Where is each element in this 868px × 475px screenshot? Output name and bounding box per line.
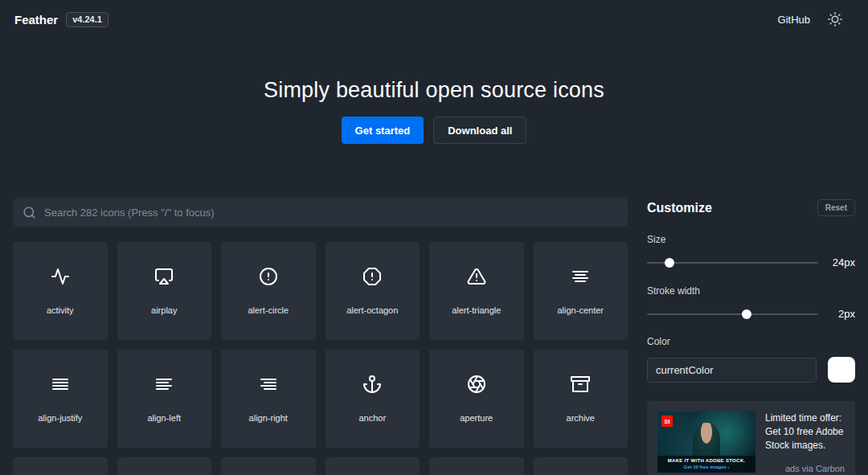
search-icon	[23, 206, 36, 219]
ad-image-title: MAKE IT WITH ADOBE STOCK.	[659, 458, 754, 463]
ad-image-cta-link[interactable]: Get 10 free images ›	[659, 465, 754, 469]
icon-card-archive[interactable]: archive	[534, 350, 628, 448]
activity-icon	[51, 267, 70, 286]
icon-card-partial[interactable]	[429, 457, 524, 475]
icon-card-airplay[interactable]: airplay	[117, 242, 212, 340]
alert-circle-icon	[259, 267, 278, 286]
aperture-icon	[467, 375, 486, 394]
search-input[interactable]	[44, 207, 618, 219]
airplay-icon	[154, 267, 174, 286]
archive-icon	[571, 375, 590, 394]
icon-card-label: align-left	[147, 413, 181, 423]
size-value: 24px	[828, 256, 855, 268]
hero-section: Simply beautiful open source icons Get s…	[0, 78, 868, 144]
color-swatch[interactable]	[828, 357, 855, 383]
icon-card-alert-octagon[interactable]: alert-octagon	[326, 242, 420, 340]
align-left-icon	[154, 375, 174, 394]
page-title: Simply beautiful open source icons	[0, 78, 868, 103]
icon-card-partial[interactable]	[221, 457, 316, 475]
icon-card-align-right[interactable]: align-right	[221, 350, 316, 448]
icon-card-aperture[interactable]: aperture	[429, 350, 524, 448]
stroke-width-label: Stroke width	[647, 285, 855, 297]
alert-triangle-icon	[467, 267, 486, 286]
icon-card-label: alert-triangle	[452, 305, 501, 315]
theme-toggle-sun-icon[interactable]	[828, 12, 842, 27]
size-slider[interactable]	[647, 258, 818, 268]
main-content: activityairplayalert-circlealert-octagon…	[0, 198, 868, 475]
ad-text-link[interactable]: Limited time offer: Get 10 free Adobe St…	[765, 412, 845, 452]
get-started-button[interactable]: Get started	[342, 117, 424, 144]
color-label: Color	[647, 336, 855, 347]
icon-card-partial[interactable]	[13, 457, 108, 475]
carbon-ad: St MAKE IT WITH ADOBE STOCK. Get 10 free…	[647, 401, 855, 475]
stroke-width-slider[interactable]	[647, 309, 818, 319]
ad-image-caption: MAKE IT WITH ADOBE STOCK. Get 10 free im…	[657, 456, 755, 473]
reset-button[interactable]: Reset	[817, 199, 855, 216]
customize-title: Customize	[647, 201, 712, 215]
ad-attribution-link[interactable]: ads via Carbon	[765, 464, 845, 473]
icon-card-label: alert-octagon	[346, 305, 398, 315]
adobe-stock-logo: St	[661, 416, 673, 427]
icon-card-label: align-right	[249, 413, 288, 423]
stroke-width-value: 2px	[828, 308, 855, 320]
icon-card-label: activity	[47, 305, 74, 315]
search-bar[interactable]	[13, 198, 628, 227]
icon-card-activity[interactable]: activity	[13, 242, 108, 340]
color-input[interactable]	[647, 358, 817, 383]
icon-card-alert-triangle[interactable]: alert-triangle	[429, 242, 524, 340]
alert-octagon-icon	[362, 267, 382, 286]
icon-card-align-center[interactable]: align-center	[534, 242, 628, 340]
icon-card-partial[interactable]	[326, 457, 420, 475]
icon-grid: activityairplayalert-circlealert-octagon…	[13, 242, 628, 475]
header: Feather v4.24.1 GitHub	[0, 0, 868, 39]
align-center-icon	[571, 267, 590, 286]
brand-logo[interactable]: Feather	[14, 13, 58, 27]
icon-card-label: aperture	[460, 413, 493, 423]
size-label: Size	[647, 234, 855, 245]
icon-card-partial[interactable]	[117, 457, 212, 475]
icon-card-partial[interactable]	[534, 457, 628, 475]
icon-card-label: archive	[567, 413, 595, 423]
download-all-button[interactable]: Download all	[433, 117, 526, 144]
stroke-width-slider-track[interactable]	[647, 313, 818, 315]
anchor-icon	[362, 375, 382, 394]
ad-image[interactable]: St MAKE IT WITH ADOBE STOCK. Get 10 free…	[657, 412, 755, 473]
customize-panel: Customize Reset Size 24px Stroke width 2…	[647, 198, 855, 475]
icon-card-label: align-center	[558, 305, 604, 315]
ad-figure-illustration	[693, 423, 720, 460]
icon-card-label: anchor	[358, 413, 386, 423]
icon-card-alert-circle[interactable]: alert-circle	[221, 242, 316, 340]
github-link[interactable]: GitHub	[778, 14, 810, 26]
icon-card-label: alert-circle	[248, 305, 289, 315]
version-badge[interactable]: v4.24.1	[66, 12, 108, 27]
icon-card-label: airplay	[151, 305, 177, 315]
icon-card-label: align-justify	[38, 413, 82, 423]
icon-card-align-left[interactable]: align-left	[117, 350, 212, 448]
icon-card-anchor[interactable]: anchor	[326, 350, 420, 448]
size-slider-knob[interactable]	[665, 258, 674, 268]
align-right-icon	[259, 375, 278, 394]
stroke-width-slider-knob[interactable]	[742, 309, 751, 319]
icon-card-align-justify[interactable]: align-justify	[13, 350, 108, 448]
align-justify-icon	[51, 375, 70, 394]
